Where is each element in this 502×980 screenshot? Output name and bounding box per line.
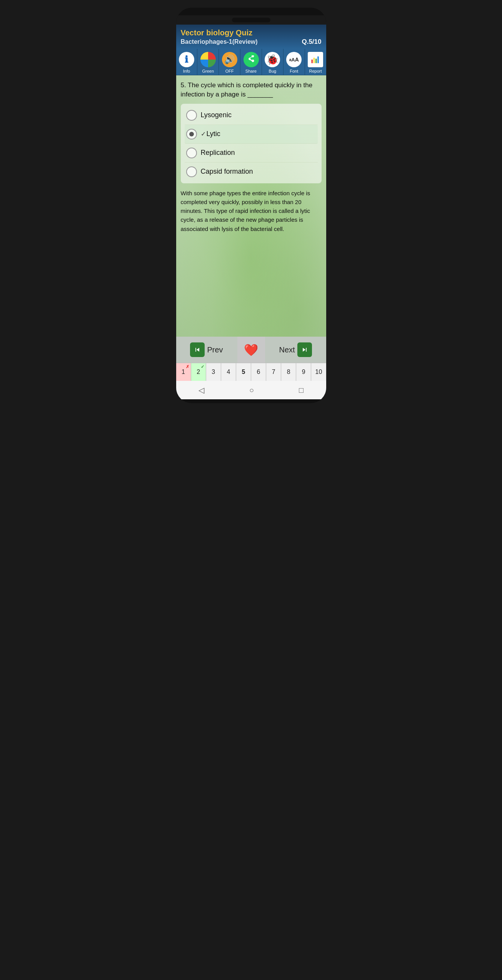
sound-icon: 🔊 — [221, 51, 238, 68]
header: Vector biology Quiz Bacteriophages-1(Rev… — [176, 25, 326, 49]
home-button[interactable]: ○ — [249, 386, 254, 395]
share-icon — [243, 51, 260, 68]
heart-icon: ❤️ — [244, 343, 258, 357]
info-icon: ℹ — [178, 51, 195, 68]
option-capsid-label: Capsid formation — [201, 168, 253, 176]
option-capsid[interactable]: Capsid formation — [185, 163, 318, 181]
color-icon — [200, 51, 217, 68]
toolbar-green[interactable]: Green — [197, 49, 219, 75]
svg-rect-3 — [317, 56, 319, 63]
next-icon — [297, 342, 312, 357]
quiz-subtitle: Bacteriophages-1(Review) — [181, 38, 258, 45]
q-num-4[interactable]: 4 — [221, 363, 236, 381]
report-icon — [307, 51, 324, 68]
option-replication[interactable]: Replication — [185, 144, 318, 163]
bug-icon: 🐞 — [264, 51, 281, 68]
q-num-8[interactable]: 8 — [281, 363, 296, 381]
q-num-10[interactable]: 10 — [311, 363, 326, 381]
next-label: Next — [279, 345, 295, 354]
option-lytic-label: Lytic — [207, 130, 220, 138]
question-counter: Q.5/10 — [302, 38, 321, 46]
badge-wrong: ✗ — [186, 364, 189, 369]
q-num-1[interactable]: ✗ 1 — [176, 363, 191, 381]
system-nav: ◁ ○ □ — [176, 381, 326, 399]
q-num-9[interactable]: 9 — [296, 363, 311, 381]
toolbar-bug-label: Bug — [269, 69, 277, 73]
heart-button[interactable]: ❤️ — [237, 337, 265, 363]
toolbar-font[interactable]: aAA Font — [284, 49, 305, 75]
option-replication-label: Replication — [201, 149, 235, 157]
app-title: Vector biology Quiz — [181, 28, 322, 37]
svg-rect-2 — [315, 59, 317, 63]
toolbar-font-label: Font — [290, 69, 298, 73]
q-num-6[interactable]: 6 — [251, 363, 266, 381]
radio-capsid — [186, 166, 197, 177]
radio-replication — [186, 148, 197, 158]
toolbar-share-label: Share — [245, 69, 257, 73]
q-num-7[interactable]: 7 — [266, 363, 281, 381]
option-lytic[interactable]: ✓ Lytic — [185, 125, 318, 144]
radio-lysogenic — [186, 110, 197, 121]
q-num-3[interactable]: 3 — [206, 363, 221, 381]
option-lysogenic-label: Lysogenic — [201, 111, 232, 119]
toolbar-info-label: Info — [183, 69, 190, 73]
explanation-text: With some phage types the entire infecti… — [181, 189, 322, 233]
radio-lytic — [186, 129, 197, 140]
checkmark-icon: ✓ — [201, 130, 206, 138]
question-text: 5. The cycle which is completed quickly … — [181, 81, 322, 99]
toolbar-info[interactable]: ℹ Info — [176, 49, 198, 75]
toolbar-sound[interactable]: 🔊 OFF — [219, 49, 240, 75]
toolbar-sound-label: OFF — [225, 69, 234, 73]
prev-label: Prev — [207, 345, 223, 354]
question-numbers: ✗ 1 ✓ 2 3 4 5 6 7 8 9 10 — [176, 363, 326, 381]
prev-button[interactable]: Prev — [176, 337, 237, 363]
prev-icon — [190, 342, 205, 357]
toolbar-bug[interactable]: 🐞 Bug — [262, 49, 284, 75]
toolbar: ℹ Info Green 🔊 OFF — [176, 49, 326, 75]
next-button[interactable]: Next — [265, 337, 326, 363]
toolbar-report[interactable]: Report — [305, 49, 326, 75]
svg-rect-0 — [312, 60, 313, 63]
toolbar-share[interactable]: Share — [240, 49, 262, 75]
quiz-content: 5. The cycle which is completed quickly … — [176, 75, 326, 337]
option-lysogenic[interactable]: Lysogenic — [185, 106, 318, 125]
recents-button[interactable]: □ — [299, 386, 304, 395]
bottom-nav: Prev ❤️ Next — [176, 337, 326, 363]
font-icon: aAA — [285, 51, 302, 68]
back-button[interactable]: ◁ — [198, 385, 204, 395]
q-num-5[interactable]: 5 — [236, 363, 251, 381]
options-box: Lysogenic ✓ Lytic Replication — [181, 104, 322, 183]
svg-rect-1 — [314, 58, 315, 63]
badge-correct: ✓ — [201, 364, 204, 369]
toolbar-report-label: Report — [309, 69, 322, 73]
q-num-2[interactable]: ✓ 2 — [191, 363, 206, 381]
toolbar-green-label: Green — [202, 69, 214, 73]
